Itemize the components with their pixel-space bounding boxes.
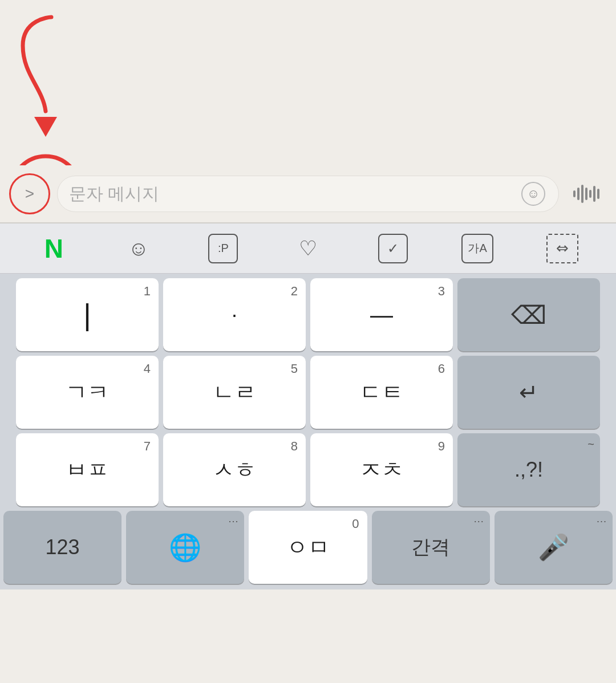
key-row-3: 7 ㅂㅍ 8 ㅅㅎ 9 ㅈㅊ ~ .,?! [3,433,613,506]
key-space-label: 간격 [411,534,450,560]
return-icon: ↵ [519,379,538,405]
text-input-placeholder: 문자 메시지 [69,182,520,206]
svg-marker-0 [34,117,57,137]
key-4[interactable]: 4 ㄱㅋ [16,356,159,429]
key-row-4: 123 ··· 🌐 0 ㅇㅁ ··· 간격 ··· 🎤 [3,511,613,584]
toolbar-sticker-icon: :P [208,234,238,263]
key-8[interactable]: 8 ㅅㅎ [163,433,306,506]
annotation-svg [0,0,114,160]
key-rows: 1 | 2 · 3 — ⌫ 4 ㄱㅋ 5 ㄴㄹ [0,274,616,584]
mic-dots: ··· [597,515,607,527]
key-2[interactable]: 2 · [163,278,306,351]
keyboard-area: N ☺ :P ♡ ✓ 가A ⇔ [0,223,616,590]
toolbar-heart[interactable]: ♡ [285,230,331,267]
key-return[interactable]: ↵ [457,356,600,429]
tilde-label: ~ [587,438,594,451]
delete-icon: ⌫ [511,300,546,330]
globe-icon: 🌐 [169,532,201,563]
input-bar: 문자 메시지 ☺ [0,165,616,222]
key-9[interactable]: 9 ㅈㅊ [310,433,453,506]
key-row-1: 1 | 2 · 3 — ⌫ [3,278,613,351]
key-5[interactable]: 5 ㄴㄹ [163,356,306,429]
toolbar-checklist-icon: ✓ [378,234,408,263]
key-6[interactable]: 6 ㄷㅌ [310,356,453,429]
key-punctuation[interactable]: ~ .,?! [457,433,600,506]
space-dots: ··· [474,515,484,527]
punctuation-label: .,?! [514,460,543,480]
key-123[interactable]: 123 [3,511,121,584]
toolbar-checklist[interactable]: ✓ [370,230,416,267]
globe-dots: ··· [228,515,238,527]
toolbar-expand-icon: ⇔ [546,234,578,263]
key-row-2: 4 ㄱㅋ 5 ㄴㄹ 6 ㄷㅌ ↵ [3,356,613,429]
toolbar-sticker[interactable]: :P [200,230,246,267]
naver-n-icon: N [44,233,63,264]
toolbar-heart-icon: ♡ [299,237,317,261]
voice-icon [573,185,599,203]
keyboard-toolbar: N ☺ :P ♡ ✓ 가A ⇔ [0,223,616,274]
key-7[interactable]: 7 ㅂㅍ [16,433,159,506]
text-input-wrapper[interactable]: 문자 메시지 ☺ [57,176,559,212]
key-0[interactable]: 0 ㅇㅁ [249,511,367,584]
emoji-button-input[interactable]: ☺ [520,180,547,208]
key-mic[interactable]: ··· 🎤 [495,511,613,584]
key-space[interactable]: ··· 간격 [372,511,490,584]
expand-button[interactable] [9,173,50,214]
key-globe[interactable]: ··· 🌐 [126,511,244,584]
key-123-label: 123 [46,537,80,558]
key-delete[interactable]: ⌫ [457,278,600,351]
key-3[interactable]: 3 — [310,278,453,351]
voice-button[interactable] [566,173,607,214]
emoji-icon: ☺ [521,182,545,206]
toolbar-emoji[interactable]: ☺ [116,230,161,267]
toolbar-expand[interactable]: ⇔ [540,230,585,267]
key-1[interactable]: 1 | [16,278,159,351]
toolbar-naver[interactable]: N [31,230,76,267]
toolbar-translate-icon: 가A [461,234,493,263]
annotation-area [0,0,616,165]
toolbar-translate[interactable]: 가A [455,230,500,267]
mic-icon: 🎤 [538,532,569,562]
toolbar-emoji-icon: ☺ [128,237,149,261]
